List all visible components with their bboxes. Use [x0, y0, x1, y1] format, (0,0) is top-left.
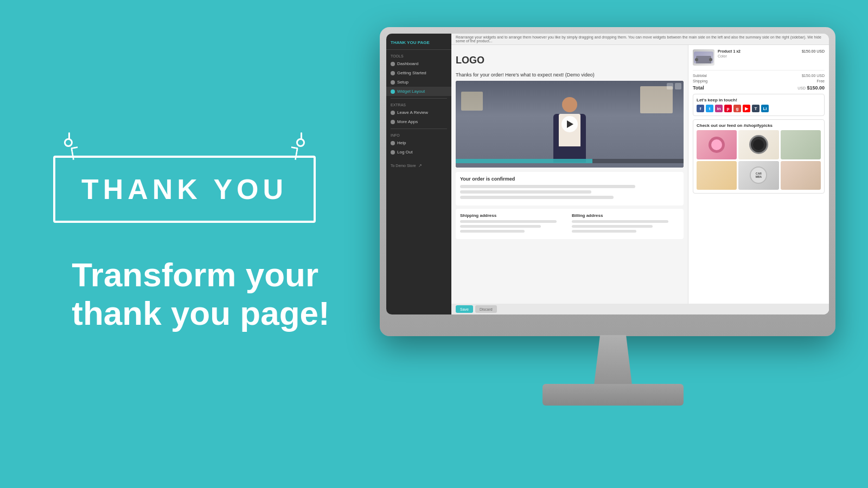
- setup-icon: [391, 80, 395, 85]
- sidebar-demo-link[interactable]: To Demo Store ↗: [386, 161, 451, 170]
- monitor-bezel: THANK YOU PAGE Tools Dashboard Getting S…: [386, 34, 829, 314]
- sidebar-divider-2: [391, 129, 447, 129]
- thank-you-sign: THANK YOU: [53, 156, 316, 223]
- twitter-icon[interactable]: t: [706, 105, 713, 112]
- sign-hook-left: [64, 138, 73, 147]
- video-widget[interactable]: [456, 81, 684, 168]
- dashboard-icon: [391, 62, 395, 66]
- subtotal-row: Subtotal $150.00 USD: [693, 74, 825, 78]
- insta-photo-5[interactable]: CARMBA: [738, 161, 778, 190]
- order-confirmed-section: Your order is confirmed: [456, 172, 684, 206]
- video-btn-2[interactable]: [675, 83, 681, 89]
- help-icon: [391, 141, 395, 145]
- sidebar-more-apps-label: More Apps: [397, 119, 418, 124]
- review-icon: [391, 111, 395, 115]
- sidebar-logout-label: Log Out: [397, 150, 412, 155]
- monitor-screen: THANK YOU PAGE Tools Dashboard Getting S…: [386, 34, 829, 314]
- sign-hook-right: [296, 138, 305, 147]
- sidebar-item-logout[interactable]: Log Out: [386, 147, 451, 157]
- insta-photo-4[interactable]: [697, 161, 737, 190]
- total-value: $150.00: [807, 85, 825, 91]
- product-row: Product 1 x2 Color $150.00 USD: [693, 49, 825, 66]
- video-progress-bar: [456, 159, 684, 163]
- monitor-stand-neck: [591, 335, 635, 389]
- text-line-2: [460, 190, 591, 194]
- sidebar-item-setup[interactable]: Setup: [386, 78, 451, 87]
- insta-photo-1[interactable]: [697, 130, 737, 159]
- total-currency: USD: [797, 86, 806, 90]
- more-apps-icon: [391, 120, 395, 124]
- tagline-line1: Transform your: [72, 255, 329, 294]
- insta-photo-6[interactable]: [781, 161, 821, 190]
- pinterest-icon[interactable]: p: [724, 105, 732, 112]
- sidebar-getting-started-label: Getting Started: [397, 70, 426, 75]
- product-color: Color: [718, 54, 799, 58]
- content-right: Product 1 x2 Color $150.00 USD Subto: [688, 45, 829, 304]
- shipping-col: Shipping address: [460, 213, 567, 235]
- left-section: THANK YOU Transform your thank you page!: [0, 0, 369, 488]
- hint-bar: Rearrange your widgets and to arrange th…: [451, 34, 829, 45]
- insta-photo-3[interactable]: [781, 130, 821, 159]
- shipping-value: Free: [817, 79, 825, 83]
- subtotal-label: Subtotal: [693, 74, 707, 78]
- sidebar-item-getting-started[interactable]: Getting Started: [386, 68, 451, 78]
- tagline-line2: thank you page!: [72, 294, 329, 332]
- getting-started-icon: [391, 71, 395, 75]
- facebook-icon[interactable]: f: [697, 105, 704, 112]
- subtotal-value: $150.00 USD: [802, 74, 825, 78]
- product-price: $150.00 USD: [802, 49, 825, 53]
- content-left: LOGO Thanks for your order! Here's what …: [451, 45, 688, 304]
- instagram-icon[interactable]: in: [715, 105, 723, 112]
- product-image: [693, 49, 714, 66]
- screen-content: THANK YOU PAGE Tools Dashboard Getting S…: [386, 34, 829, 314]
- instagram-title: Check out our feed on #shopifypicks: [697, 123, 821, 128]
- linkedin-icon[interactable]: Li: [761, 105, 769, 112]
- tagline: Transform your thank you page!: [39, 255, 329, 333]
- billing-line-3: [572, 230, 636, 233]
- product-name: Product 1 x2: [718, 49, 799, 53]
- billing-col: Billing address: [572, 213, 679, 235]
- product-info: Product 1 x2 Color: [718, 49, 799, 58]
- order-totals: Subtotal $150.00 USD Shipping Free: [693, 70, 825, 91]
- order-confirmed-title: Your order is confirmed: [460, 176, 679, 182]
- social-title: Let's keep in touch!: [697, 98, 821, 102]
- sidebar-header: THANK YOU PAGE: [386, 38, 451, 50]
- sidebar-item-help[interactable]: Help: [386, 138, 451, 147]
- demo-link-label: To Demo Store: [391, 164, 416, 168]
- instagram-section: Check out our feed on #shopifypicks: [693, 119, 825, 194]
- video-btn-1[interactable]: [667, 83, 673, 89]
- grand-total-row: Total USD $150.00: [693, 85, 825, 91]
- app-content-area: LOGO Thanks for your order! Here's what …: [451, 45, 829, 304]
- sidebar-item-more-apps[interactable]: More Apps: [386, 117, 451, 126]
- total-amount: USD $150.00: [797, 85, 825, 91]
- video-play-button[interactable]: [561, 116, 578, 132]
- sidebar-divider-1: [391, 98, 447, 99]
- address-section: Shipping address Billing address: [456, 209, 684, 239]
- sidebar-review-label: Leave A Review: [397, 110, 428, 115]
- video-controls: [667, 83, 681, 89]
- insta-photo-2[interactable]: [738, 130, 778, 159]
- youtube-icon[interactable]: ▶: [743, 105, 750, 112]
- tumblr-icon[interactable]: T: [752, 105, 760, 112]
- shipping-row: Shipping Free: [693, 79, 825, 83]
- app-sidebar: THANK YOU PAGE Tools Dashboard Getting S…: [386, 34, 451, 314]
- sign-text: THANK YOU: [81, 173, 288, 206]
- text-line-1: [460, 185, 635, 188]
- bottom-bar: Save Discard: [451, 304, 829, 314]
- discard-button[interactable]: Discard: [475, 305, 497, 313]
- social-icons: f t in p g ▶ T Li: [697, 105, 821, 112]
- sidebar-item-leave-review[interactable]: Leave A Review: [386, 108, 451, 117]
- shipping-line-3: [460, 230, 525, 233]
- logo-text: LOGO: [456, 55, 484, 66]
- logo-section: LOGO: [456, 49, 684, 69]
- googleplus-icon[interactable]: g: [733, 105, 741, 112]
- sidebar-info-label: Info: [386, 131, 451, 138]
- shipping-line-2: [460, 225, 541, 228]
- sidebar-item-widget-layout[interactable]: Widget Layout: [386, 87, 451, 96]
- monitor-frame: THANK YOU PAGE Tools Dashboard Getting S…: [380, 27, 835, 336]
- save-button[interactable]: Save: [456, 305, 473, 313]
- sidebar-item-dashboard[interactable]: Dashboard: [386, 59, 451, 68]
- video-progress-fill: [456, 159, 592, 163]
- text-line-3: [460, 196, 614, 199]
- sidebar-widget-layout-label: Widget Layout: [397, 89, 425, 94]
